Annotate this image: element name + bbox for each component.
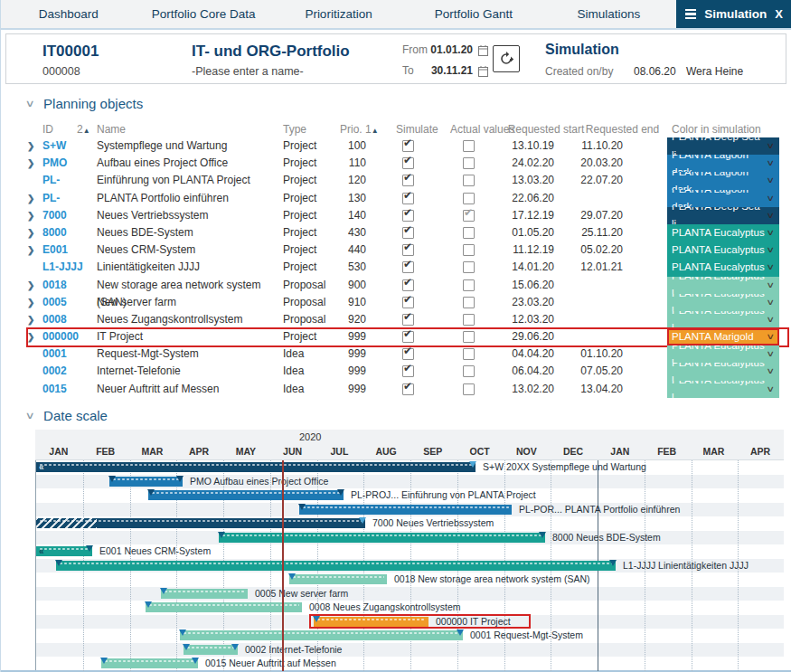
color-in-simulation-dropdown[interactable]: PLANTA Lagoon dark∨: [667, 190, 779, 207]
nav-item-prioritization[interactable]: Prioritization: [271, 0, 406, 28]
table-row-0001[interactable]: 0001Request-Mgt-SystemIdea999✔04.04.2001…: [1, 345, 791, 363]
chevron-down-icon[interactable]: ∨: [767, 294, 776, 311]
row-id-link[interactable]: PMO: [42, 155, 95, 172]
expand-chevron-icon[interactable]: ❯: [27, 328, 38, 345]
checkbox[interactable]: ✔: [402, 297, 414, 308]
close-tab-icon[interactable]: X: [775, 7, 783, 21]
row-id-link[interactable]: 0002: [42, 363, 95, 380]
table-row-0018[interactable]: ❯0018New storage area network system (SA…: [1, 277, 791, 294]
checkbox[interactable]: ✔: [402, 175, 414, 186]
expand-chevron-icon[interactable]: ❯: [27, 137, 38, 155]
col-header-name[interactable]: Name: [97, 123, 126, 136]
gantt-bar[interactable]: [161, 589, 248, 599]
checkbox[interactable]: ✔: [402, 261, 414, 273]
chevron-down-icon[interactable]: ∨: [767, 190, 776, 207]
hamburger-menu-icon[interactable]: [685, 9, 696, 19]
gantt-bar[interactable]: «: [36, 546, 92, 556]
nav-item-dashboard[interactable]: Dashboard: [1, 0, 136, 28]
chevron-down-icon[interactable]: ∨: [767, 363, 776, 380]
row-id-link[interactable]: PL-PROJECT: [42, 172, 95, 189]
from-date-field[interactable]: 01.01.20: [429, 43, 473, 56]
nav-item-portfolio-gantt[interactable]: Portfolio Gantt: [406, 0, 541, 28]
gantt-bar[interactable]: [109, 477, 183, 487]
table-row-pmo[interactable]: ❯PMOAufbau eines Project OfficeProject11…: [1, 155, 791, 172]
expand-chevron-icon[interactable]: ❯: [27, 294, 38, 311]
row-id-link[interactable]: 8000: [42, 224, 95, 241]
gantt-bar[interactable]: [314, 617, 428, 627]
chevron-down-icon[interactable]: ∨: [767, 172, 776, 189]
color-in-simulation-dropdown[interactable]: PLANTA Lagoon dark∨: [667, 155, 779, 172]
row-id-link[interactable]: S+W 20XX: [42, 137, 95, 155]
expand-chevron-icon[interactable]: [27, 172, 38, 189]
color-in-simulation-dropdown[interactable]: PLANTA Lagoon dark∨: [667, 172, 779, 189]
table-row-l1-jjjj[interactable]: L1-JJJJLinientätigkeiten JJJJProject530✔…: [1, 259, 791, 276]
checkbox[interactable]: ✔: [402, 348, 414, 360]
checkbox[interactable]: ✔: [402, 314, 414, 326]
nav-item-simulations[interactable]: Simulations: [541, 0, 676, 28]
checkbox[interactable]: ✔: [402, 210, 414, 222]
gantt-bar[interactable]: [101, 658, 198, 668]
expand-chevron-icon[interactable]: ❯: [27, 224, 38, 241]
gantt-bar[interactable]: [148, 490, 344, 500]
gantt-bar[interactable]: [146, 602, 302, 612]
table-row-000000[interactable]: ❯000000IT ProjectProject999✔29.06.20PLAN…: [1, 328, 791, 345]
table-row-s-w-20xx[interactable]: ❯S+W 20XXSystempflege und WartungProject…: [1, 137, 791, 155]
calendar-icon[interactable]: [478, 64, 488, 80]
checkbox[interactable]: ✔: [402, 140, 414, 152]
color-in-simulation-dropdown[interactable]: PLANTA Eucalyptus l...∨: [667, 311, 779, 328]
color-in-simulation-dropdown[interactable]: PLANTA Eucalyptus l...∨: [667, 277, 779, 294]
col-header-requested-end[interactable]: Requested end: [575, 123, 670, 136]
row-id-link[interactable]: 0005: [42, 294, 95, 311]
chevron-down-icon[interactable]: ∨: [767, 277, 776, 294]
expand-chevron-icon[interactable]: ❯: [27, 207, 38, 224]
expand-chevron-icon[interactable]: ❯: [27, 241, 38, 259]
row-id-link[interactable]: 0008: [42, 311, 95, 328]
expand-chevron-icon[interactable]: ❯: [27, 311, 38, 328]
chevron-down-icon[interactable]: ∨: [767, 207, 776, 224]
row-id-link[interactable]: 7000: [42, 207, 95, 224]
expand-chevron-icon[interactable]: [27, 259, 38, 276]
row-id-link[interactable]: 0018: [42, 277, 95, 294]
table-row-8000[interactable]: ❯8000Neues BDE-SystemProject430✔01.05.20…: [1, 224, 791, 241]
color-in-simulation-dropdown[interactable]: PLANTA Eucalyptus l...∨: [667, 294, 779, 311]
expand-chevron-icon[interactable]: ❯: [27, 277, 38, 294]
calendar-icon[interactable]: [478, 43, 488, 60]
gantt-bar[interactable]: [180, 630, 463, 640]
chevron-down-icon[interactable]: ∨: [767, 155, 776, 172]
table-row-0008[interactable]: ❯0008Neues ZugangskontrollsystemProposal…: [1, 311, 791, 328]
to-date-field[interactable]: 30.11.21: [429, 64, 473, 77]
color-in-simulation-dropdown[interactable]: PLANTA Eucalyptus∨: [667, 259, 779, 276]
table-row-0005[interactable]: ❯0005New server farmProposal910✔23.03.20…: [1, 294, 791, 311]
col-header-id[interactable]: ID: [42, 123, 53, 136]
col-header-simulate[interactable]: Simulate: [396, 123, 438, 136]
chevron-down-icon[interactable]: ∨: [767, 345, 776, 363]
checkbox[interactable]: ✔: [402, 193, 414, 204]
gantt-bar[interactable]: [219, 533, 545, 543]
chevron-down-icon[interactable]: ∨: [767, 259, 776, 276]
col-header-color-in-simulation[interactable]: Color in simulation: [672, 123, 761, 136]
row-id-link[interactable]: E001: [42, 241, 95, 259]
checkbox[interactable]: ✔: [402, 157, 414, 169]
color-in-simulation-dropdown[interactable]: PLANTA Eucalyptus∨: [667, 224, 779, 241]
table-row-pl-project[interactable]: PL-PROJECTEinführung von PLANTA ProjectP…: [1, 172, 791, 189]
col-header-prio[interactable]: Prio. 1▲: [340, 123, 379, 136]
color-in-simulation-dropdown[interactable]: PLANTA Marigold∨: [667, 328, 779, 345]
row-id-link[interactable]: 000000: [42, 328, 95, 345]
checkbox[interactable]: ✔: [402, 365, 414, 377]
gantt-bar[interactable]: [289, 574, 387, 584]
expand-chevron-icon[interactable]: [27, 381, 38, 398]
checkbox[interactable]: ✔: [402, 279, 414, 291]
checkbox[interactable]: ✔: [402, 383, 414, 395]
chevron-down-icon[interactable]: ∨: [767, 311, 776, 328]
refresh-button[interactable]: [493, 45, 520, 72]
expand-chevron-icon[interactable]: ❯: [27, 155, 38, 172]
chevron-down-icon[interactable]: ∨: [767, 328, 776, 345]
expand-chevron-icon[interactable]: [27, 345, 38, 363]
chevron-down-icon[interactable]: ∨: [767, 381, 776, 398]
row-id-link[interactable]: PL-PORTFO...: [42, 190, 95, 207]
color-in-simulation-dropdown[interactable]: PLANTA Eucalyptus∨: [667, 241, 779, 259]
color-in-simulation-dropdown[interactable]: PLANTA Eucalyptus l...∨: [667, 363, 779, 380]
tab-simulation-active[interactable]: Simulation X: [676, 0, 791, 28]
table-row-e001[interactable]: ❯E001Neues CRM-SystemProject440✔11.12.19…: [1, 241, 791, 259]
gantt-bar[interactable]: [36, 518, 365, 528]
